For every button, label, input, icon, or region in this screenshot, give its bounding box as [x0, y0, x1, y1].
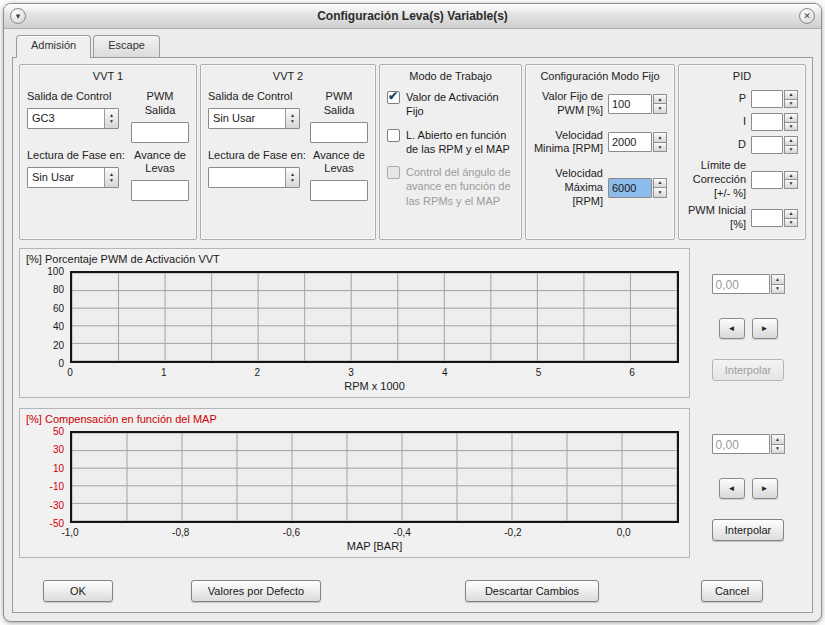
- title-bar[interactable]: ▾ Configuración Leva(s) Variable(s) ✕: [4, 4, 821, 29]
- vvt2-salida-combo[interactable]: Sin Usar ▲▼: [208, 108, 300, 129]
- option-label: Control del ángulo de avance en función …: [406, 165, 514, 208]
- velocidad-maxima-label: Velocidad Máxima [RPM]: [533, 167, 603, 208]
- x-tick-label: -0,8: [172, 527, 189, 538]
- vvt2-pwm-field[interactable]: [310, 122, 368, 143]
- pid-p-spinner[interactable]: ▲ ▼: [751, 90, 798, 108]
- pwm-next-point-button[interactable]: ►: [752, 318, 778, 339]
- spin-value[interactable]: [751, 113, 783, 131]
- dialog-window: ▾ Configuración Leva(s) Variable(s) ✕ Ad…: [3, 3, 822, 622]
- vvt1-avance-field[interactable]: [131, 180, 189, 201]
- combo-arrows-icon[interactable]: ▲▼: [285, 109, 299, 128]
- pwm-value-spinner[interactable]: 0,00 ▲ ▼: [712, 274, 785, 294]
- group-vvt1: VVT 1 Salida de Control GC3 ▲▼ Lectura d…: [19, 64, 197, 240]
- vvt2-avance-field[interactable]: [310, 180, 368, 201]
- spin-down-button[interactable]: ▼: [784, 146, 798, 155]
- map-next-point-button[interactable]: ►: [752, 478, 778, 499]
- map-prev-point-button[interactable]: ◄: [719, 478, 745, 499]
- spin-value[interactable]: [751, 171, 783, 189]
- vvt1-salida-combo[interactable]: GC3 ▲▼: [27, 108, 119, 129]
- arrow-right-icon: ►: [761, 324, 769, 333]
- map-chart-plot[interactable]: MAP [BAR] 503010-10-30-50-1,0-0,8-0,6-0,…: [70, 431, 679, 523]
- option-lazo-abierto[interactable]: ✔ L. Abierto en función de las RPM y el …: [387, 128, 514, 157]
- tab-admision[interactable]: Admisión: [16, 35, 91, 58]
- spin-down-button[interactable]: ▼: [653, 188, 667, 198]
- spin-value[interactable]: 6000: [608, 178, 652, 198]
- x-tick-label: -1,0: [61, 527, 78, 538]
- pid-p-label: P: [739, 92, 746, 106]
- tab-bar: Admisión Escape: [12, 35, 813, 57]
- spin-up-button[interactable]: ▲: [653, 94, 667, 105]
- spin-down-button[interactable]: ▼: [653, 104, 667, 114]
- spin-up-button[interactable]: ▲: [771, 434, 785, 445]
- vvt2-lectura-combo[interactable]: ▲▼: [208, 167, 300, 188]
- spin-up-button[interactable]: ▲: [784, 113, 798, 123]
- spin-value[interactable]: [751, 136, 783, 154]
- y-tick-label: 60: [53, 302, 64, 313]
- spin-down-button[interactable]: ▼: [784, 100, 798, 109]
- spin-value[interactable]: [751, 209, 783, 227]
- tab-escape[interactable]: Escape: [93, 35, 160, 57]
- spin-down-button[interactable]: ▼: [784, 219, 798, 228]
- checkbox[interactable]: ✔: [387, 129, 400, 142]
- spin-value[interactable]: 0,00: [712, 274, 770, 294]
- vvt1-lectura-label: Lectura de Fase en:: [27, 149, 119, 163]
- spin-value[interactable]: 2000: [608, 132, 652, 152]
- vvt1-salida-value: GC3: [28, 109, 104, 128]
- spin-up-button[interactable]: ▲: [771, 274, 785, 285]
- combo-arrows-icon[interactable]: ▲▼: [104, 168, 118, 187]
- pwm-prev-point-button[interactable]: ◄: [719, 318, 745, 339]
- pid-limite-spinner[interactable]: ▲ ▼: [751, 171, 798, 189]
- velocidad-maxima-row: Velocidad Máxima [RPM] 6000 ▲ ▼: [533, 167, 667, 208]
- pwm-interpolar-button[interactable]: Interpolar: [712, 359, 784, 381]
- spin-up-button[interactable]: ▲: [784, 90, 798, 100]
- option-valor-activacion-fijo[interactable]: ✔ Valor de Activación Fijo: [387, 90, 514, 119]
- map-chart-panel: [%] Compensación en función del MAP MAP …: [19, 408, 690, 558]
- y-tick-label: 100: [47, 266, 64, 277]
- spin-down-button[interactable]: ▼: [784, 180, 798, 189]
- x-tick-label: 0: [67, 367, 73, 378]
- velocidad-minima-spinner[interactable]: 2000 ▲ ▼: [608, 132, 667, 152]
- group-modo-fijo: Configuración Modo Fijo Valor Fijo de PW…: [525, 64, 675, 240]
- defaults-button[interactable]: Valores por Defecto: [191, 580, 321, 602]
- spin-up-button[interactable]: ▲: [784, 209, 798, 219]
- spin-down-button[interactable]: ▼: [771, 445, 785, 455]
- vvt1-pwm-field[interactable]: [131, 122, 189, 143]
- x-tick-label: -0,2: [504, 527, 521, 538]
- valor-fijo-pwm-spinner[interactable]: 100 ▲ ▼: [608, 94, 667, 114]
- spin-down-button[interactable]: ▼: [653, 143, 667, 153]
- map-value-spinner[interactable]: 0,00 ▲ ▼: [712, 434, 785, 454]
- option-control-angulo: ✔ Control del ángulo de avance en funció…: [387, 165, 514, 208]
- checkbox[interactable]: ✔: [387, 91, 400, 104]
- spin-up-button[interactable]: ▲: [784, 136, 798, 146]
- spin-up-button[interactable]: ▲: [653, 178, 667, 189]
- pid-pwm-inicial-spinner[interactable]: ▲ ▼: [751, 209, 798, 227]
- map-chart-controls: 0,00 ▲ ▼ ◄ ► Interpolar: [690, 408, 806, 558]
- spin-value[interactable]: 0,00: [712, 434, 770, 454]
- spin-up-button[interactable]: ▲: [784, 171, 798, 181]
- discard-changes-button[interactable]: Descartar Cambios: [465, 580, 599, 602]
- cancel-button[interactable]: Cancel: [701, 580, 763, 602]
- vvt1-lectura-value: Sin Usar: [28, 168, 104, 187]
- velocidad-maxima-spinner[interactable]: 6000 ▲ ▼: [608, 178, 667, 198]
- x-tick-label: -0,4: [394, 527, 411, 538]
- ok-button[interactable]: OK: [43, 580, 113, 602]
- velocidad-minima-row: Velocidad Minima [RPM] 2000 ▲ ▼: [533, 129, 667, 157]
- spin-down-button[interactable]: ▼: [784, 123, 798, 132]
- pwm-chart-controls: 0,00 ▲ ▼ ◄ ► Interpolar: [690, 248, 806, 398]
- vvt1-lectura-combo[interactable]: Sin Usar ▲▼: [27, 167, 119, 188]
- pid-i-spinner[interactable]: ▲ ▼: [751, 113, 798, 131]
- combo-arrows-icon[interactable]: ▲▼: [285, 168, 299, 187]
- dialog-footer: OK Valores por Defecto Descartar Cambios…: [19, 580, 806, 606]
- close-button[interactable]: ✕: [799, 8, 815, 24]
- spin-up-button[interactable]: ▲: [653, 132, 667, 143]
- combo-arrows-icon[interactable]: ▲▼: [104, 109, 118, 128]
- window-menu-button[interactable]: ▾: [10, 8, 26, 24]
- pwm-chart-plot[interactable]: RPM x 1000 1008060402000123456: [70, 271, 679, 363]
- map-interpolar-button[interactable]: Interpolar: [712, 519, 784, 541]
- spin-value[interactable]: 100: [608, 94, 652, 114]
- dialog-content: Admisión Escape VVT 1 Salida de Control …: [4, 29, 821, 621]
- pid-d-spinner[interactable]: ▲ ▼: [751, 136, 798, 154]
- spin-down-button[interactable]: ▼: [771, 285, 785, 295]
- arrow-right-icon: ►: [761, 484, 769, 493]
- spin-value[interactable]: [751, 90, 783, 108]
